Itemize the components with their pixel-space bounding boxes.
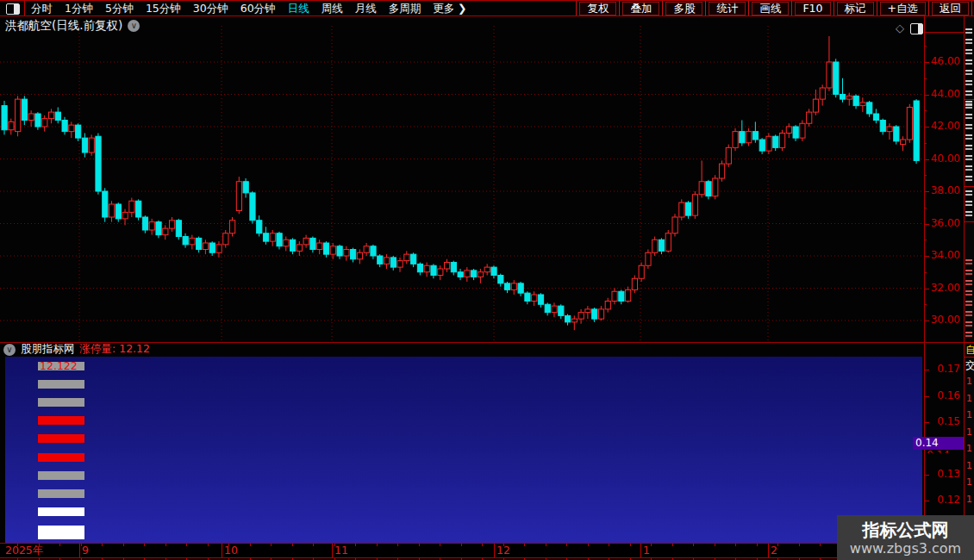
candle (532, 295, 537, 302)
candle (284, 240, 289, 246)
indicator-axis-label: 0.15 (937, 415, 960, 427)
month-label: 9 (82, 544, 89, 557)
minor-date-tick (123, 544, 124, 546)
minor-date-tick (39, 544, 40, 546)
candle (290, 240, 296, 251)
candle (545, 304, 550, 312)
action-button-多股[interactable]: 多股 (665, 2, 702, 16)
major-tick (924, 475, 929, 476)
chart-title-row: 洪都航空(日线.前复权) ∨ (5, 18, 140, 34)
candle (364, 246, 369, 253)
period-tab-多周期[interactable]: 多周期 (389, 2, 421, 16)
action-cell: 画线 (748, 1, 791, 16)
candle (250, 193, 255, 221)
period-tab-更多 ❯[interactable]: 更多 ❯ (433, 2, 466, 16)
period-menu: 分时1分钟5分钟15分钟30分钟60分钟日线周线月线多周期更多 ❯ (31, 1, 467, 16)
candle (834, 62, 839, 95)
candle (901, 140, 906, 145)
major-tick (924, 396, 929, 397)
candle (820, 88, 825, 99)
stock-title[interactable]: 洪都航空(日线.前复权) (5, 18, 122, 34)
period-tab-1分钟[interactable]: 1分钟 (65, 2, 93, 16)
indicator-bar (38, 398, 84, 407)
clipped-axis-label: 0.14 (927, 450, 958, 453)
panel-toggle-icon[interactable] (6, 3, 20, 15)
app-window: 分时1分钟5分钟15分钟30分钟60分钟日线周线月线多周期更多 ❯ 复权叠加多股… (0, 0, 974, 560)
period-tab-周线[interactable]: 周线 (322, 2, 343, 16)
date-axis-bottom-border (0, 557, 974, 558)
action-button-画线[interactable]: 画线 (752, 2, 789, 16)
candle (867, 103, 872, 114)
minor-date-tick (102, 544, 103, 546)
period-tab-30分钟[interactable]: 30分钟 (193, 2, 228, 16)
candle (236, 182, 241, 211)
candlestick-chart[interactable] (0, 22, 924, 343)
candle (35, 114, 41, 127)
candle (263, 233, 268, 241)
sidebar-divider (965, 357, 974, 358)
period-tab-5分钟[interactable]: 5分钟 (105, 2, 134, 16)
candle (740, 132, 745, 143)
candle (706, 182, 711, 196)
action-button-返回[interactable]: 返回 (932, 2, 969, 16)
indicator-metric-value: 12.12 (119, 342, 150, 355)
month-label: 10 (224, 544, 238, 557)
clipped-sidebar[interactable]: 自 交 11111111 (965, 16, 974, 516)
candle (451, 263, 456, 272)
indicator-bar-value: 12.122 (40, 360, 78, 371)
sidebar-clipped-digit: 1 (966, 427, 972, 437)
action-button-+自选[interactable]: +自选 (880, 2, 926, 16)
minor-date-tick (524, 544, 525, 546)
candle (22, 99, 27, 120)
month-label: 12 (496, 544, 510, 557)
candle (424, 265, 429, 272)
candle (129, 201, 134, 212)
indicator-axis-label: 0.13 (937, 468, 960, 480)
candle (498, 276, 503, 283)
minor-date-tick (186, 544, 187, 546)
candle (378, 256, 383, 264)
candle (619, 291, 624, 301)
panel-toggle-icon[interactable] (910, 23, 923, 34)
candle (397, 261, 403, 268)
candle (384, 258, 389, 264)
candle (9, 121, 14, 129)
candle (840, 95, 846, 100)
period-tab-日线[interactable]: 日线 (288, 2, 309, 16)
layout-toggle-box (0, 1, 25, 16)
sidebar-char-jiao: 交 (965, 360, 974, 371)
indicator-bar (38, 471, 84, 480)
indicator-name[interactable]: 股朋指标网 (21, 342, 75, 357)
candle (699, 182, 704, 195)
month-line (494, 544, 495, 557)
action-button-F10[interactable]: F10 (795, 2, 830, 16)
action-cell: F10 (791, 1, 833, 16)
candle (746, 132, 752, 143)
indicator-bar (38, 416, 84, 425)
minor-date-tick (672, 544, 673, 546)
action-button-统计[interactable]: 统计 (709, 2, 746, 16)
price-label: 40.00 (931, 152, 960, 165)
period-tab-15分钟[interactable]: 15分钟 (146, 2, 181, 16)
period-tab-月线[interactable]: 月线 (355, 2, 377, 16)
minor-date-tick (820, 544, 821, 546)
action-button-标记[interactable]: 标记 (837, 2, 874, 16)
candle (846, 96, 852, 99)
action-button-叠加[interactable]: 叠加 (622, 2, 659, 16)
minor-date-tick (250, 544, 251, 546)
period-tab-分时[interactable]: 分时 (31, 2, 53, 16)
candle (518, 283, 523, 293)
watermark-url: www.zbgs3.com (837, 540, 974, 557)
candle (109, 204, 114, 217)
candle (344, 250, 349, 257)
indicator-panel[interactable]: 12.122 (5, 357, 922, 543)
marker-diamond-icon[interactable]: ◇ (896, 22, 904, 34)
period-tab-60分钟[interactable]: 60分钟 (240, 2, 276, 16)
sidebar-clipped-digit: 1 (966, 394, 972, 403)
candle (2, 106, 7, 130)
action-button-复权[interactable]: 复权 (579, 2, 616, 16)
title-dropdown-icon[interactable]: ∨ (128, 20, 140, 32)
price-label: 42.00 (931, 120, 960, 132)
indicator-dropdown-icon[interactable]: ∨ (3, 344, 16, 356)
minor-date-tick (292, 544, 293, 546)
